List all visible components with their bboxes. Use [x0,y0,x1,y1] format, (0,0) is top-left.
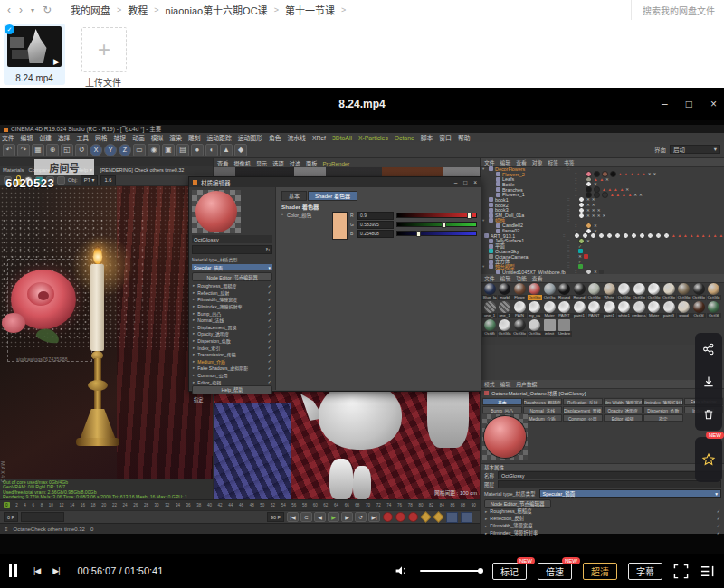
toolbar-icon-▣[interactable]: ▣ [162,144,175,156]
material-editor-tab[interactable]: Shader 着色器 [308,191,357,201]
material-editor-titlebar[interactable]: 材质编辑器 – □ × [189,177,481,187]
material-thumbnail[interactable]: infinit [542,319,557,337]
node-editor-button[interactable]: Node Editor_节点编辑器 [484,499,551,508]
frame-slider-field[interactable] [21,512,64,522]
tag-icon[interactable]: ✕ [648,172,652,176]
channel-value-field[interactable]: 0.583995 [357,221,394,229]
channel-row[interactable]: ▸Common_公用✓ [192,372,272,379]
help-button[interactable]: Help_帮助 [192,385,272,394]
object-manager-menu-item[interactable]: 书签 [564,158,575,166]
c4d-menu-item[interactable]: 流水线 [288,133,306,142]
selected-check-icon[interactable]: ✓ [5,24,14,34]
toolbar-icon-●[interactable]: ● [191,144,204,156]
attribute-tab[interactable]: 指定 [643,414,683,422]
material-thumbnail[interactable]: Mater [542,301,557,318]
material-thumbnail[interactable]: one_1 [498,301,512,318]
enabled-check-icon[interactable]: ✓ [578,244,582,249]
toolbar-icon-▲[interactable]: ▲ [220,144,233,156]
channel-slider[interactable] [396,222,477,227]
toolbar-icon-⊕[interactable]: ⊕ [46,144,59,156]
toolbar-icon-▦[interactable]: ▦ [32,144,44,156]
tag-icon[interactable]: ✕ [597,213,601,218]
material-thumbnail[interactable]: OctGla [528,319,542,337]
channel-row[interactable]: ▸Reflection_反射✓ [481,515,724,522]
mark-button[interactable]: 标记NEW [492,563,527,580]
material-thumbnail[interactable]: OctGlo [662,283,676,300]
tag-icon[interactable]: ✕ [586,239,590,243]
tag-icon[interactable]: ✕ [586,213,590,218]
tag-icon[interactable]: ✕ [592,203,595,207]
viewer-menu-item[interactable]: Materials [3,167,24,173]
render-mode-dropdown[interactable]: PT ▾ [81,175,99,185]
next-button[interactable]: ▶| [52,566,59,575]
material-thumbnail[interactable]: marbl [498,283,512,300]
material-tag-icon[interactable] [578,213,585,219]
material-manager-menu-item[interactable]: 查看 [532,274,543,282]
toolbar-icon-↷[interactable]: ↷ [17,144,30,156]
breadcrumb-item[interactable]: 第十一节课 [285,3,335,17]
material-thumbnail[interactable]: OctGlo [632,283,646,300]
material-thumbnail[interactable]: paint1 [602,301,616,318]
attribute-tab[interactable]: Film Width_薄膜宽度 [604,398,643,405]
tag-icon[interactable]: ✕ [625,187,629,192]
channel-row[interactable]: ▸Editor_编辑✓ [192,378,272,385]
material-thumbnail[interactable]: Flowe [512,283,527,300]
transport-button[interactable]: ↺ [355,512,367,522]
channel-slider[interactable] [396,231,477,236]
selection-tag-icon[interactable]: ▲ [690,233,694,238]
attribute-tab[interactable]: Filmindex_薄膜折射率 [643,398,683,405]
attribute-tab[interactable]: Medium_介质 [523,414,563,422]
history-dropdown-icon[interactable]: ▾ [31,6,34,14]
selection-tag-icon[interactable]: ▲ [594,177,598,182]
selection-tag-icon[interactable]: ▲ [695,233,700,238]
record-position-icon[interactable] [383,512,393,522]
tag-icon[interactable] [578,264,583,269]
trash-icon[interactable] [702,408,715,421]
toolbar-icon-◐[interactable]: ◐ [205,144,218,156]
timeline-ruler[interactable]: 0246810121416182022242628303234363840424… [0,499,480,510]
close-button[interactable]: × [710,98,717,110]
object-manager-menu-item[interactable]: 标签 [548,158,558,166]
tag-icon[interactable]: ✕ [653,172,657,176]
material-thumbnail[interactable]: Umbre [557,319,572,337]
node-editor-button[interactable]: Node Editor_节点编辑器 [192,272,272,281]
object-manager-menu-item[interactable]: 文件 [484,158,495,166]
attribute-tab[interactable]: Common_公用 [563,414,603,422]
tag-icon[interactable]: ✕ [592,208,595,213]
search-input[interactable]: 搜索我的网盘文件 [631,0,715,20]
material-thumbnail[interactable]: Round [572,283,586,300]
material-thumbnail[interactable]: OctGl [707,301,721,318]
material-thumbnail[interactable]: OctGlo [691,283,706,300]
reload-icon[interactable]: ↻ [265,247,270,252]
object-manager-menu-item[interactable]: 编辑 [500,158,511,166]
selection-tag-icon[interactable]: ▲ [610,193,614,197]
enabled-check-icon[interactable]: ✓ [578,260,582,264]
selection-tag-icon[interactable]: ▲ [636,172,641,176]
selection-tag-icon[interactable]: ▲ [616,193,621,197]
toolbar-icon-◆[interactable]: ◆ [234,144,247,156]
tag-icon[interactable]: ✕ [597,208,601,213]
viewport-menu-item[interactable]: 查看 [217,159,228,167]
material-thumbnail[interactable]: OctGlo [707,283,721,300]
selection-tag-icon[interactable]: ▲ [707,233,711,238]
channel-row[interactable]: ▸Medium_介质✓ [192,358,272,365]
material-thumbnail[interactable]: OctGlo [677,283,691,300]
selection-tag-icon[interactable]: ▲ [713,233,718,238]
channel-slider[interactable] [396,213,477,218]
c4d-menu-item[interactable]: 运动图形 [238,133,262,142]
volume-handle[interactable] [478,568,483,574]
breadcrumb-item[interactable]: niaoniao第十六期OC课 [166,3,268,17]
transport-button[interactable]: ▶| [368,512,380,522]
refresh-icon[interactable]: ↻ [43,4,52,16]
toolbar-icon-↶[interactable]: ↶ [3,144,15,156]
fullscreen-icon[interactable] [673,564,689,579]
record-rotation-icon[interactable] [408,512,418,522]
material-thumbnail[interactable]: PAINT [557,301,572,318]
selection-tag-icon[interactable]: ▲ [620,187,624,192]
channel-row[interactable]: ▸Bump_凹凸✓ [192,309,272,317]
frame-end-field[interactable]: 90 F [267,512,284,522]
channel-row[interactable]: ▸Filmindex_薄膜折射率✓ [192,303,272,310]
attribute-tab[interactable]: Editor_编辑 [604,414,643,422]
material-thumbnail[interactable]: OctGlo [617,283,632,300]
record-scale-icon[interactable] [395,512,405,522]
